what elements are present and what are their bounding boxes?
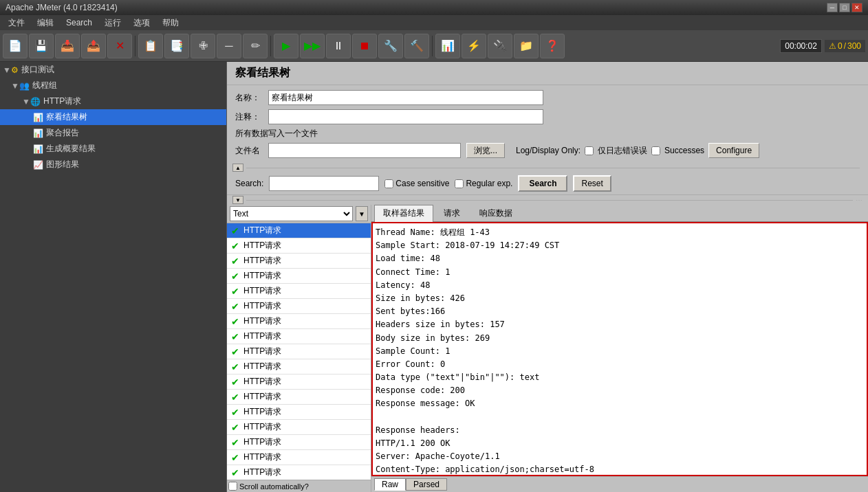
list-toolbar: Text ▼ [227, 205, 371, 223]
toolbar-run-all[interactable]: ▶▶ [300, 34, 325, 58]
list-item[interactable]: ✔ HTTP请求 [227, 405, 371, 420]
case-sensitive-checkbox[interactable] [384, 179, 393, 188]
toolbar-folder[interactable]: 📁 [514, 34, 539, 58]
toolbar-paste[interactable]: 📑 [164, 34, 189, 58]
list-item[interactable]: ✔ HTTP请求 [227, 450, 371, 465]
menu-search[interactable]: Search [61, 16, 98, 29]
scroll-down-btn[interactable]: ▼ [232, 196, 243, 204]
tab-request[interactable]: 请求 [435, 205, 469, 221]
status-icon: ✔ [230, 467, 241, 478]
comment-input[interactable] [268, 109, 543, 124]
minimize-button[interactable]: ─ [827, 3, 838, 12]
search-button[interactable]: Search [518, 175, 567, 192]
detail-tabs: 取样器结果 请求 响应数据 [371, 205, 868, 222]
sidebar-item-result-tree[interactable]: 📊 察看结果树 [0, 109, 226, 125]
green-check-icon: ✔ [231, 452, 239, 463]
tab-response-data[interactable]: 响应数据 [470, 205, 521, 221]
toolbar-help[interactable]: ❓ [540, 34, 565, 58]
list-item[interactable]: ✔ HTTP请求 [227, 374, 371, 390]
detail-line: Thread Name: 线程组 1-43 [376, 226, 864, 239]
toolbar-build[interactable]: 🔨 [404, 34, 429, 58]
log-display-checkbox[interactable] [585, 146, 594, 155]
list-item[interactable]: ✔ HTTP请求 [227, 344, 371, 359]
list-item[interactable]: ✔ HTTP请求 [227, 420, 371, 435]
list-item-label: HTTP请求 [243, 467, 281, 478]
sidebar-item-http[interactable]: ▼ 🌐 HTTP请求 [0, 93, 226, 109]
scroll-auto-text: Scroll automatically? [239, 482, 309, 491]
filter-select[interactable]: Text [230, 206, 353, 221]
list-item[interactable]: ✔ HTTP请求 [227, 465, 371, 480]
menu-run[interactable]: 运行 [99, 16, 127, 30]
title-bar: Apache JMeter (4.0 r1823414) ─ □ ✕ [0, 0, 868, 15]
list-item-label: HTTP请求 [243, 361, 281, 372]
toolbar-pause[interactable]: ⏸ [326, 34, 351, 58]
green-check-icon: ✔ [231, 271, 239, 282]
sidebar-item-xiancheng[interactable]: ▼ 👥 线程组 [0, 78, 226, 93]
sidebar-item-summary[interactable]: 📊 生成概要结果 [0, 141, 226, 157]
browse-button[interactable]: 浏览... [466, 143, 505, 158]
list-item-label: HTTP请求 [243, 376, 281, 388]
sidebar-item-aggregate[interactable]: 📊 聚合报告 [0, 125, 226, 141]
status-icon: ✔ [230, 241, 241, 251]
tab-sampler-result[interactable]: 取样器结果 [374, 205, 433, 222]
file-input[interactable] [268, 143, 461, 158]
configure-button[interactable]: Configure [708, 143, 759, 158]
tab-parsed[interactable]: Parsed [406, 478, 447, 491]
toolbar-saveas[interactable]: 📤 [81, 34, 106, 58]
menu-file[interactable]: 文件 [3, 16, 30, 30]
toolbar-save[interactable]: 📥 [55, 34, 80, 58]
regex-checkbox[interactable] [455, 179, 464, 188]
file-row: 文件名 浏览... Log/Display Only: 仅日志错误误 Succe… [235, 141, 860, 160]
list-item[interactable]: ✔ HTTP请求 [227, 269, 371, 284]
case-sensitive-label[interactable]: Case sensitive [384, 179, 449, 188]
log-display-label: Log/Display Only: [516, 146, 581, 155]
thread-icon: 👥 [19, 81, 30, 91]
toolbar-open[interactable]: 💾 [29, 34, 54, 58]
reset-button[interactable]: Reset [573, 175, 611, 192]
divider-row-mid: ▼ ⋯ [227, 195, 868, 205]
list-item[interactable]: ✔ HTTP请求 [227, 254, 371, 269]
search-input[interactable] [269, 176, 379, 191]
regex-label[interactable]: Regular exp. [455, 179, 512, 188]
scroll-auto-label[interactable]: Scroll automatically? [228, 482, 309, 491]
name-input[interactable] [268, 90, 543, 105]
tab-raw[interactable]: Raw [374, 478, 406, 491]
list-item[interactable]: ✔ HTTP请求 [227, 238, 371, 254]
successes-checkbox[interactable] [651, 146, 660, 155]
toolbar-new[interactable]: 📄 [3, 34, 28, 58]
menu-help[interactable]: 帮助 [157, 16, 184, 30]
list-item[interactable]: ✔ HTTP请求 [227, 329, 371, 344]
sidebar-label-jiekou: 接口测试 [21, 64, 54, 76]
toolbar-stop[interactable]: ⏹ [352, 34, 377, 58]
menu-options[interactable]: 选项 [128, 16, 155, 30]
list-item[interactable]: ✔ HTTP请求 [227, 435, 371, 450]
green-check-icon: ✔ [231, 377, 239, 388]
toolbar-chart[interactable]: 📊 [435, 34, 460, 58]
toolbar-add[interactable]: ✙ [191, 34, 215, 58]
toolbar-plugin[interactable]: ⚡ [462, 34, 486, 58]
toolbar-connect[interactable]: 🔌 [488, 34, 512, 58]
list-item[interactable]: ✔ HTTP请求 [227, 390, 371, 405]
list-item-label: HTTP请求 [243, 255, 281, 267]
toolbar-revert[interactable]: ✕ [107, 34, 132, 58]
scroll-up-btn[interactable]: ▲ [232, 164, 243, 172]
toolbar-settings[interactable]: 🔧 [378, 34, 403, 58]
list-item[interactable]: ✔ HTTP请求 [227, 299, 371, 314]
status-icon: ✔ [230, 407, 241, 418]
list-item[interactable]: ✔ HTTP请求 [227, 223, 371, 238]
list-item[interactable]: ✔ HTTP请求 [227, 359, 371, 374]
detail-line: Error Count: 0 [376, 358, 864, 371]
maximize-button[interactable]: □ [839, 3, 850, 12]
scroll-auto-checkbox[interactable] [228, 482, 237, 491]
sidebar-item-graph[interactable]: 📈 图形结果 [0, 157, 226, 172]
toolbar-copy[interactable]: 📋 [138, 34, 163, 58]
list-arrow-btn[interactable]: ▼ [356, 206, 368, 221]
sidebar-item-jiekou[interactable]: ▼ ⚙ 接口测试 [0, 62, 226, 78]
toolbar-remove[interactable]: ─ [217, 34, 241, 58]
toolbar-run[interactable]: ▶ [274, 34, 299, 58]
menu-edit[interactable]: 编辑 [32, 16, 59, 30]
close-button[interactable]: ✕ [851, 3, 862, 12]
list-item[interactable]: ✔ HTTP请求 [227, 314, 371, 329]
toolbar-edit[interactable]: ✏ [243, 34, 268, 58]
list-item[interactable]: ✔ HTTP请求 [227, 284, 371, 299]
